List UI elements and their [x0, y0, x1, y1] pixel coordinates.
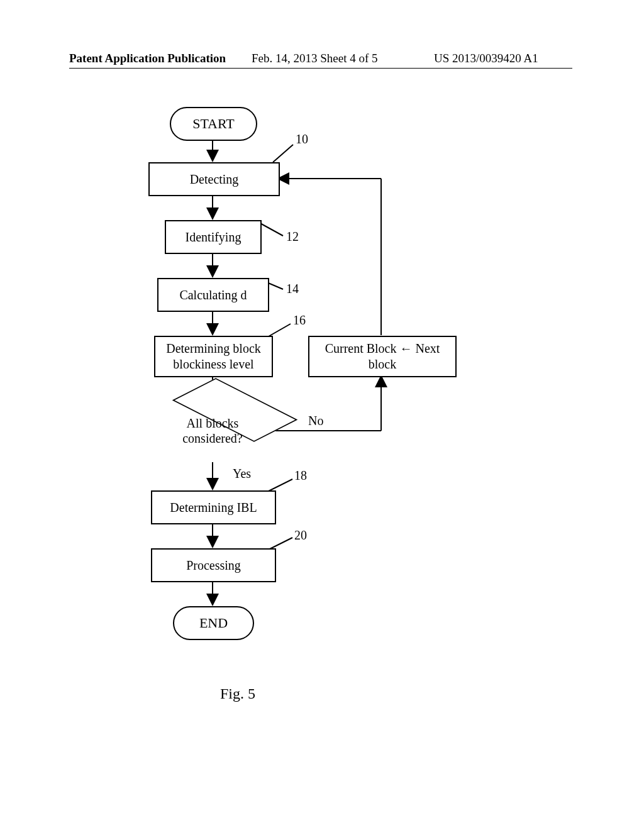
determining-block-process: Determining block blockiness level — [154, 336, 273, 377]
header-right-text: US 2013/0039420 A1 — [434, 52, 538, 65]
ref-12: 12 — [286, 230, 299, 244]
ref-10: 10 — [296, 132, 308, 147]
flowchart-arrows — [0, 94, 644, 723]
ref-18: 18 — [294, 468, 307, 483]
detecting-process: Detecting — [148, 162, 280, 196]
determining-block-label: Determining block blockiness level — [166, 341, 261, 372]
flowchart-canvas: START Detecting 10 Identifying 12 Calcul… — [0, 94, 644, 723]
processing-process: Processing — [151, 548, 276, 582]
ref-14: 14 — [286, 282, 299, 296]
end-label: END — [199, 615, 228, 631]
no-label: No — [308, 414, 323, 428]
all-blocks-decision: All blocks considered? — [150, 399, 275, 462]
calculating-label: Calculating d — [179, 287, 247, 303]
svg-line-12 — [273, 145, 293, 162]
yes-label: Yes — [233, 467, 251, 481]
identifying-process: Identifying — [165, 220, 262, 254]
detecting-label: Detecting — [190, 172, 239, 187]
svg-line-13 — [258, 222, 283, 236]
header-rule — [69, 68, 572, 69]
end-terminal: END — [173, 606, 254, 640]
decision-text: All blocks considered? — [182, 416, 243, 446]
determining-ibl-label: Determining IBL — [170, 500, 257, 516]
header-center-text: Feb. 14, 2013 Sheet 4 of 5 — [252, 52, 378, 65]
start-terminal: START — [170, 107, 257, 141]
ref-20: 20 — [294, 528, 307, 543]
processing-label: Processing — [186, 558, 241, 573]
svg-line-16 — [267, 479, 292, 492]
start-label: START — [192, 116, 235, 132]
determining-ibl-process: Determining IBL — [151, 490, 276, 524]
svg-line-15 — [269, 324, 291, 336]
next-block-process: Current Block ← Next block — [308, 336, 457, 377]
figure-label: Fig. 5 — [220, 685, 255, 702]
ref-16: 16 — [293, 313, 306, 328]
header-left-text: Patent Application Publication — [69, 52, 226, 65]
next-block-label: Current Block ← Next block — [309, 341, 455, 372]
identifying-label: Identifying — [186, 230, 242, 245]
calculating-process: Calculating d — [157, 278, 269, 312]
